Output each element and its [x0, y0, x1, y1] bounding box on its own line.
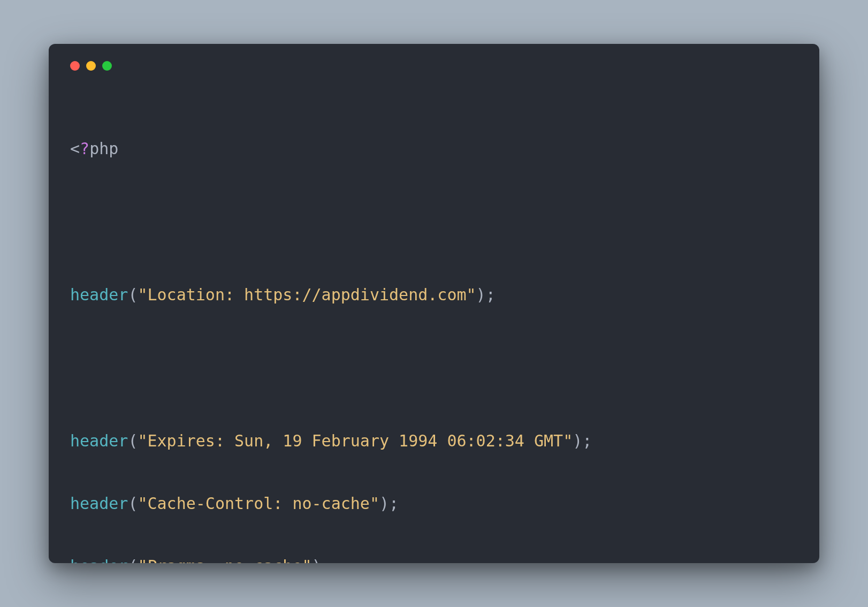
close-paren: ) — [379, 494, 389, 513]
traffic-lights — [70, 61, 798, 71]
close-icon[interactable] — [70, 61, 80, 71]
php-open-tag: <?php — [70, 138, 798, 159]
function-name: header — [70, 431, 128, 450]
function-name: header — [70, 557, 128, 563]
maximize-icon[interactable] — [102, 61, 112, 71]
string-literal: "Cache-Control: no-cache" — [138, 494, 379, 513]
function-name: header — [70, 285, 128, 304]
blank-line — [70, 347, 798, 389]
php-keyword: php — [89, 139, 118, 158]
code-window: <?php header("Location: https://appdivid… — [49, 44, 819, 563]
code-line-3: header("Cache-Control: no-cache"); — [70, 493, 798, 514]
close-paren: ) — [476, 285, 486, 304]
code-line-2: header("Expires: Sun, 19 February 1994 0… — [70, 430, 798, 451]
function-name: header — [70, 494, 128, 513]
semicolon: ; — [582, 431, 592, 450]
code-line-1: header("Location: https://appdividend.co… — [70, 284, 798, 305]
code-line-4: header("Pragma: no-cache"); — [70, 556, 798, 563]
open-paren: ( — [128, 285, 138, 304]
code-block: <?php header("Location: https://appdivid… — [70, 96, 798, 563]
close-paren: ) — [312, 557, 322, 563]
semicolon: ; — [389, 494, 399, 513]
open-paren: ( — [128, 494, 138, 513]
string-literal: "Location: https://appdividend.com" — [138, 285, 476, 304]
string-literal: "Expires: Sun, 19 February 1994 06:02:34… — [138, 431, 573, 450]
open-paren: ( — [128, 557, 138, 563]
semicolon: ; — [486, 285, 496, 304]
open-paren: ( — [128, 431, 138, 450]
close-paren: ) — [573, 431, 582, 450]
minimize-icon[interactable] — [86, 61, 96, 71]
semicolon: ; — [322, 557, 331, 563]
open-bracket: < — [70, 139, 80, 158]
question-mark: ? — [80, 139, 89, 158]
blank-line — [70, 201, 798, 242]
string-literal: "Pragma: no-cache" — [138, 557, 311, 563]
